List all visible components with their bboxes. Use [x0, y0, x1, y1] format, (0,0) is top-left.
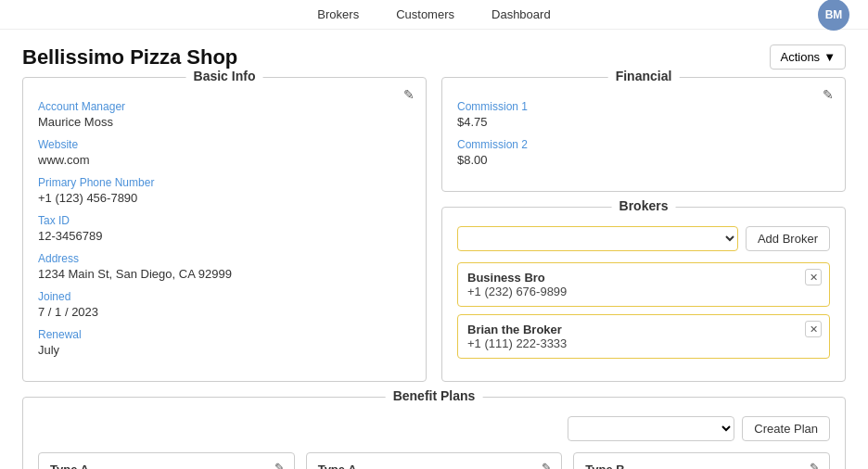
broker-phone: +1 (232) 676-9899 [467, 285, 820, 298]
basic-info-card: Basic Info ✎ Account Manager Maurice Mos… [22, 77, 427, 382]
benefit-plans-title: Benefit Plans [386, 388, 483, 403]
field-group: Primary Phone Number +1 (123) 456-7890 [38, 176, 411, 205]
plan-item: Type A Kaiser HMO 5000 ✎ [38, 452, 295, 469]
nav-dashboard[interactable]: Dashboard [491, 7, 551, 21]
brokers-title: Brokers [612, 198, 676, 213]
add-broker-button[interactable]: Add Broker [746, 226, 830, 251]
plan-edit-icon[interactable]: ✎ [274, 461, 285, 469]
financial-edit-icon[interactable]: ✎ [823, 87, 834, 102]
field-label: Primary Phone Number [38, 176, 411, 189]
benefit-plans-section: Benefit Plans Create Plan Type A Kaiser … [22, 397, 846, 469]
broker-name: Business Bro [467, 271, 820, 285]
field-value: July [38, 343, 411, 357]
field-group: Address 1234 Main St, San Diego, CA 9299… [38, 252, 411, 281]
navigation: Brokers Customers Dashboard BM [0, 0, 868, 30]
field-label: Website [38, 138, 411, 151]
page-header: Bellissimo Pizza Shop Actions ▼ [0, 30, 868, 77]
commission-field-group: Commission 2 $8.00 [457, 138, 830, 167]
actions-label: Actions [780, 50, 820, 64]
nav-links: Brokers Customers Dashboard [317, 7, 550, 21]
benefit-plans-card: Benefit Plans Create Plan Type A Kaiser … [22, 397, 846, 469]
field-value: +1 (123) 456-7890 [38, 191, 411, 205]
broker-item: Business Bro +1 (232) 676-9899 ✕ [457, 262, 830, 307]
field-value: www.com [38, 153, 411, 167]
broker-select[interactable] [457, 226, 738, 251]
basic-info-title: Basic Info [186, 69, 263, 83]
plan-type: Type A [318, 463, 551, 469]
financial-title: Financial [608, 69, 680, 83]
field-group: Tax ID 12-3456789 [38, 214, 411, 243]
field-value: 1234 Main St, San Diego, CA 92999 [38, 267, 411, 281]
brokers-card: Brokers Add Broker Business Bro +1 (232)… [441, 207, 846, 382]
page-title: Bellissimo Pizza Shop [22, 45, 237, 70]
plan-item: Type A Kaiser PPO ✎ [306, 452, 563, 469]
plan-type-select[interactable] [568, 416, 734, 441]
commission-value: $8.00 [457, 153, 830, 167]
field-group: Joined 7 / 1 / 2023 [38, 290, 411, 319]
basic-info-edit-icon[interactable]: ✎ [403, 87, 415, 102]
field-label: Joined [38, 290, 411, 303]
plan-type: Type B [585, 463, 818, 469]
financial-card: Financial ✎ Commission 1 $4.75 Commissio… [441, 77, 846, 192]
commission-label: Commission 1 [457, 100, 830, 113]
broker-phone: +1 (111) 222-3333 [467, 336, 820, 350]
plan-item: Type B HFSA ✎ [573, 452, 830, 469]
plan-type: Type A [50, 463, 283, 469]
field-label: Account Manager [38, 100, 411, 113]
field-label: Renewal [38, 328, 411, 341]
broker-item: Brian the Broker +1 (111) 222-3333 ✕ [457, 314, 830, 359]
plan-edit-icon[interactable]: ✎ [810, 461, 820, 469]
top-row: Basic Info ✎ Account Manager Maurice Mos… [22, 77, 846, 382]
benefit-controls: Create Plan [38, 416, 830, 441]
field-value: 7 / 1 / 2023 [38, 305, 411, 319]
field-label: Tax ID [38, 214, 411, 227]
avatar[interactable]: BM [818, 0, 849, 31]
actions-chevron-icon: ▼ [823, 50, 836, 64]
broker-add-row: Add Broker [457, 226, 830, 251]
main-content: Basic Info ✎ Account Manager Maurice Mos… [0, 77, 868, 469]
field-group: Website www.com [38, 138, 411, 167]
plan-edit-icon[interactable]: ✎ [542, 461, 552, 469]
broker-name: Brian the Broker [467, 323, 820, 336]
right-column: Financial ✎ Commission 1 $4.75 Commissio… [441, 77, 846, 382]
nav-customers[interactable]: Customers [396, 7, 454, 21]
field-label: Address [38, 252, 411, 265]
broker-remove-button[interactable]: ✕ [805, 321, 822, 337]
field-group: Account Manager Maurice Moss [38, 100, 411, 129]
commission-field-group: Commission 1 $4.75 [457, 100, 830, 129]
nav-brokers[interactable]: Brokers [317, 7, 359, 21]
commission-value: $4.75 [457, 115, 830, 129]
actions-button[interactable]: Actions ▼ [770, 44, 846, 70]
broker-remove-button[interactable]: ✕ [805, 269, 822, 285]
commission-label: Commission 2 [457, 138, 830, 151]
field-value: 12-3456789 [38, 229, 411, 243]
field-value: Maurice Moss [38, 115, 411, 129]
create-plan-button[interactable]: Create Plan [742, 416, 830, 441]
field-group: Renewal July [38, 328, 411, 357]
